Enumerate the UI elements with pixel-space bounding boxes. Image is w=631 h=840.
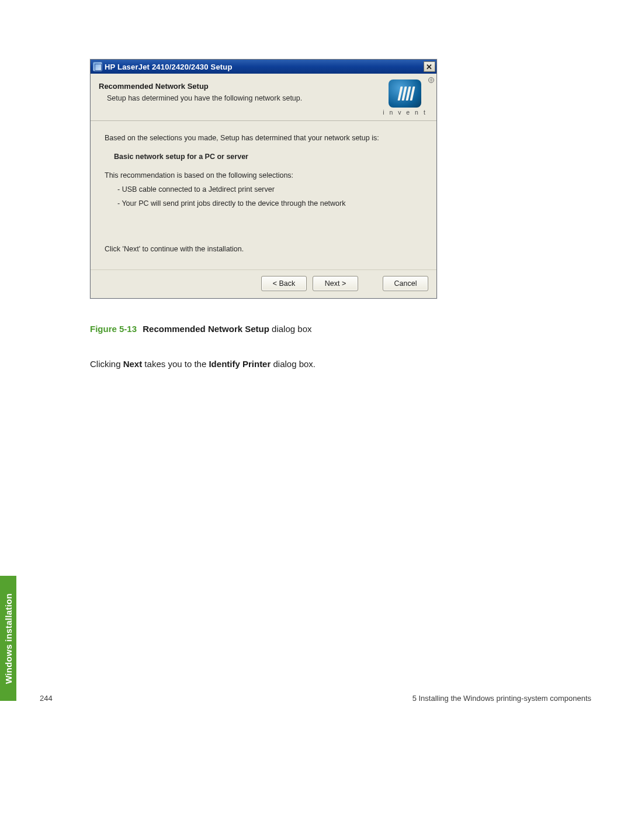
page-footer: 244 5 Installing the Windows printing-sy…	[40, 694, 591, 703]
chapter-title: 5 Installing the Windows printing-system…	[412, 694, 591, 703]
back-button[interactable]: < Back	[261, 276, 307, 291]
setup-dialog: HP LaserJet 2410/2420/2430 Setup ✕ Recom…	[90, 59, 437, 299]
close-button[interactable]: ✕	[424, 61, 435, 72]
para-text: Clicking	[90, 359, 123, 369]
cancel-button[interactable]: Cancel	[383, 276, 428, 291]
recommendation-intro: This recommendation is based on the foll…	[105, 171, 422, 179]
figure-tail: dialog box	[269, 324, 312, 334]
para-text: takes you to the	[142, 359, 209, 369]
hp-logo-icon	[389, 79, 421, 108]
selection-item: - USB cable connected to a Jetdirect pri…	[117, 185, 422, 193]
selection-list: - USB cable connected to a Jetdirect pri…	[105, 185, 422, 208]
body-paragraph: Clicking Next takes you to the Identify …	[90, 359, 316, 369]
next-button[interactable]: Next >	[313, 276, 358, 291]
selection-item: - Your PC will send print jobs directly …	[117, 199, 422, 208]
dialog-header: Recommended Network Setup Setup has dete…	[91, 74, 436, 121]
page-number: 244	[40, 694, 53, 703]
hp-logo-wrap: ® i n v e n t	[382, 79, 428, 116]
para-bold-identify: Identify Printer	[209, 359, 271, 369]
dialog-body: Based on the selections you made, Setup …	[91, 121, 436, 269]
side-tab: Windows installation	[0, 576, 16, 701]
app-icon	[93, 62, 102, 71]
basic-setup-line: Basic network setup for a PC or server	[105, 153, 422, 161]
registered-mark: ®	[428, 77, 434, 83]
dialog-button-row: < Back Next > Cancel	[91, 269, 436, 298]
dialog-header-subtitle: Setup has determined you have the follow…	[99, 94, 382, 102]
dialog-header-title: Recommended Network Setup	[99, 82, 382, 91]
window-title: HP LaserJet 2410/2420/2430 Setup	[105, 63, 424, 71]
figure-caption: Figure 5-13 Recommended Network Setup di…	[90, 324, 311, 334]
para-bold-next: Next	[123, 359, 143, 369]
title-bar: HP LaserJet 2410/2420/2430 Setup ✕	[91, 60, 436, 74]
figure-bold: Recommended Network Setup	[143, 324, 269, 334]
figure-label: Figure 5-13	[90, 324, 137, 334]
hp-invent-label: i n v e n t	[383, 109, 427, 116]
intro-text: Based on the selections you made, Setup …	[105, 134, 422, 142]
para-text: dialog box.	[271, 359, 316, 369]
click-next-note: Click 'Next' to continue with the instal…	[105, 245, 422, 253]
